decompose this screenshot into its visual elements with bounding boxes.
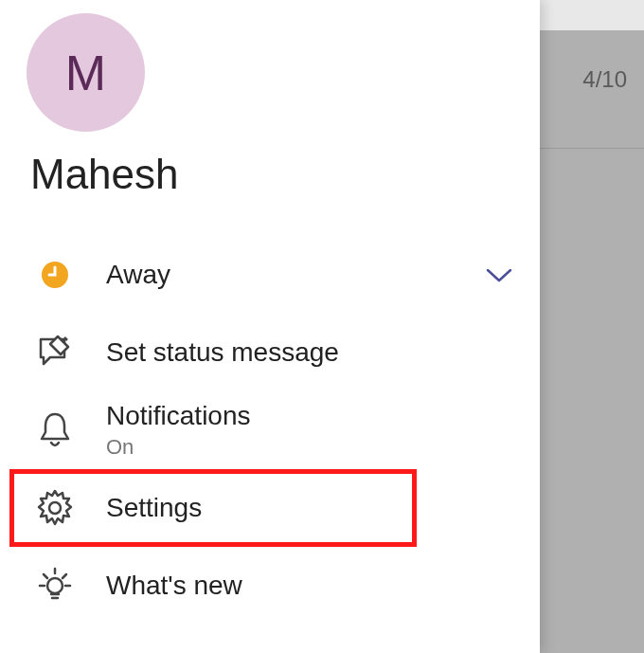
notifications-value: On xyxy=(106,435,251,460)
display-name: Mahesh xyxy=(30,151,540,198)
notifications-label: Notifications xyxy=(106,401,251,431)
svg-point-1 xyxy=(49,502,61,514)
notifications-row[interactable]: Notifications On xyxy=(0,391,540,469)
background-app: 4/10 xyxy=(540,0,644,653)
chevron-down-icon xyxy=(485,265,513,284)
gear-icon xyxy=(32,489,78,527)
whats-new-row[interactable]: What's new xyxy=(0,547,540,625)
set-status-label: Set status message xyxy=(106,337,339,368)
settings-label: Settings xyxy=(106,493,202,523)
side-drawer: M Mahesh Away xyxy=(0,0,540,653)
background-date: 4/10 xyxy=(582,66,627,93)
background-divider xyxy=(540,148,644,149)
presence-label: Away xyxy=(106,260,170,290)
bell-icon xyxy=(32,410,78,450)
edit-message-icon xyxy=(32,335,78,371)
menu: Away Set status message xyxy=(0,236,540,625)
settings-row[interactable]: Settings xyxy=(9,469,417,547)
away-icon xyxy=(32,260,78,290)
avatar[interactable]: M xyxy=(27,13,145,132)
lightbulb-icon xyxy=(32,565,78,607)
set-status-row[interactable]: Set status message xyxy=(0,314,540,391)
whats-new-label: What's new xyxy=(106,571,242,601)
svg-point-2 xyxy=(47,578,63,593)
presence-row[interactable]: Away xyxy=(0,236,540,314)
background-topbar xyxy=(540,0,644,30)
avatar-initial: M xyxy=(65,45,106,101)
